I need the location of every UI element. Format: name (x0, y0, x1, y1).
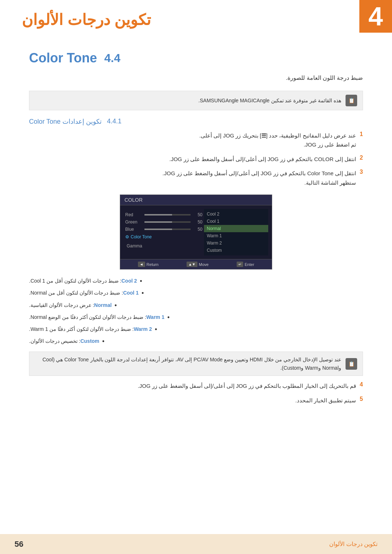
screen-header-label: COLOR (120, 195, 272, 205)
footer-chapter-title: تكوين درجات الألوان (329, 541, 377, 547)
chapter-number: 4 (368, 3, 383, 29)
bullet-text-warm2: Warm 2: ضبط درجات الألوان لتكون أكثر دفئ… (29, 325, 152, 334)
footer-page-number: 56 (15, 539, 23, 549)
blue-bar (144, 229, 191, 230)
green-value: 50 (193, 219, 203, 225)
bullet-custom: • Custom: تخصيص درجات الألوان. (29, 337, 363, 346)
steps-list: 1 عند عرض دليل المفاتيح الوظيفية، حدد [☰… (29, 131, 363, 188)
bullet-dot-4: • (167, 313, 170, 322)
bullet-dot-2: • (142, 289, 144, 298)
page-header: تكوين درجات الألوان 4 (0, 0, 392, 32)
move-icon: ▲▼ (187, 262, 197, 267)
step-text-1: عند عرض دليل المفاتيح الوظيفية، حدد [☰] … (29, 131, 356, 149)
section-title: Color Tone (29, 50, 97, 66)
return-button: ◄ Return (138, 262, 159, 267)
step-1: 1 عند عرض دليل المفاتيح الوظيفية، حدد [☰… (29, 131, 363, 149)
return-icon: ◄ (138, 262, 145, 267)
dropdown-cool2: Cool 2 (204, 210, 268, 218)
sub-section-number: 4.4.1 (107, 118, 122, 125)
step-number-3: 3 (360, 169, 363, 175)
settings-gear-icon: ⚙ (125, 234, 129, 239)
screen-body: Red 50 Green 50 Blue (120, 205, 272, 259)
bullet-text-cool2: Cool 2: ضبط درجات الألوان لتكون أقل من C… (29, 277, 137, 286)
dropdown-warm2: Warm 2 (204, 239, 268, 247)
note-box-1: 📋 هذه القائمة غير متوفرة عند تمكين SAMSU… (29, 91, 363, 110)
step-number-5: 5 (360, 396, 363, 402)
bullet-cool1: • Cool 1: ضبط درجات الألوان لتكون أقل من… (29, 289, 363, 298)
note-text-1: هذه القائمة غير متوفرة عند تمكين SAMSUNG… (199, 97, 341, 104)
bullet-warm2: • Warm 2: ضبط درجات الألوان لتكون أكثر د… (29, 325, 363, 334)
bullet-dot-3: • (115, 301, 117, 310)
red-label: Red (125, 212, 142, 217)
enter-icon: ↵ (237, 262, 243, 267)
step-text-3: انتقل إلى Color Tone بالتحكم في زر JOG إ… (29, 169, 356, 187)
step-text-4: قم بالتحريك إلى الخيار المطلوب بالتحكم ف… (29, 381, 356, 391)
step-5: 5 سيتم تطبيق الخيار المحدد. (29, 396, 363, 405)
chapter-title: تكوين درجات الألوان (22, 11, 191, 29)
step-2: 2 انتقل إلى COLOR بالتحكم في زر JOG إلى … (29, 155, 363, 164)
enter-label: Enter (245, 262, 254, 267)
red-value: 50 (193, 212, 203, 217)
note-box-2: 📋 عند توصيل الإدخال الخارجي من خلال HDMI… (29, 352, 363, 376)
description: ضبط درجة اللون العامة للصورة. (29, 73, 363, 83)
color-tone-menu-row: ⚙ Color Tone (125, 233, 203, 241)
chapter-number-box: 4 (359, 0, 392, 33)
bullet-cool2: • Cool 2: ضبط درجات الألوان لتكون أقل من… (29, 277, 363, 286)
screen-mockup: COLOR Red 50 Green (120, 194, 272, 270)
screen-dropdown: Cool 2 Cool 1 Normal Warm 1 Warm 2 Custo… (204, 209, 268, 255)
enter-button: ↵ Enter (237, 262, 254, 267)
move-label: Move (199, 262, 209, 267)
gamma-label: Gamma (125, 243, 142, 249)
red-fill (144, 214, 172, 216)
dropdown-custom: Custom (204, 247, 268, 254)
note-icon-1: 📋 (346, 95, 357, 106)
step-number-2: 2 (360, 155, 363, 161)
green-bar (144, 221, 191, 223)
bullet-text-custom: Custom: تخصيص درجات الألوان. (29, 337, 99, 346)
note-icon-2: 📋 (346, 358, 357, 370)
blue-label: Blue (125, 227, 142, 232)
green-slider-row: Green 50 (125, 218, 203, 226)
main-content: 4.4 Color Tone ضبط درجة اللون العامة للص… (0, 32, 392, 418)
bullet-text-warm1: Warm 1: ضبط درجات الألوان لتكون أكثر دفئ… (29, 313, 164, 322)
blue-fill (144, 229, 172, 230)
blue-value: 50 (193, 227, 203, 232)
dropdown-normal-selected: Normal (204, 225, 268, 232)
steps-after-list: 4 قم بالتحريك إلى الخيار المطلوب بالتحكم… (29, 381, 363, 405)
green-label: Green (125, 219, 142, 225)
red-slider-row: Red 50 (125, 211, 203, 218)
bullet-normal: • Normal: عرض درجات الألوان القياسية. (29, 301, 363, 310)
red-bar (144, 214, 191, 216)
note-text-2: عند توصيل الإدخال الخارجي من خلال HDMI و… (35, 356, 341, 372)
page-footer: تكوين درجات الألوان 56 (0, 534, 392, 554)
bullet-warm1: • Warm 1: ضبط درجات الألوان لتكون أكثر د… (29, 313, 363, 322)
bullet-dot-6: • (102, 337, 105, 346)
bullet-text-cool1: Cool 1: ضبط درجات الألوان لتكون أقل من N… (29, 289, 139, 297)
bullet-list: • Cool 2: ضبط درجات الألوان لتكون أقل من… (29, 277, 363, 346)
sub-section-title: تكوين إعدادات Color Tone (29, 118, 102, 126)
step-text-2: انتقل إلى COLOR بالتحكم في زر JOG إلى أع… (29, 155, 356, 164)
bullet-dot-5: • (155, 325, 157, 334)
dropdown-warm1: Warm 1 (204, 232, 268, 239)
sub-section-heading: 4.4.1 تكوين إعدادات Color Tone (29, 118, 363, 126)
color-tone-menu-label: Color Tone (131, 234, 152, 239)
section-heading: 4.4 Color Tone (29, 50, 363, 66)
return-label: Return (147, 262, 159, 267)
green-fill (144, 221, 172, 223)
gamma-menu-row: Gamma (125, 241, 203, 250)
blue-slider-row: Blue 50 (125, 226, 203, 233)
screen-menu-left: Red 50 Green 50 Blue (124, 209, 204, 255)
screen-footer: ◄ Return ▲▼ Move ↵ Enter (120, 259, 272, 269)
bullet-dot-1: • (140, 277, 142, 286)
step-4: 4 قم بالتحريك إلى الخيار المطلوب بالتحكم… (29, 381, 363, 391)
step-number-4: 4 (360, 381, 363, 388)
section-number: 4.4 (104, 52, 120, 65)
move-button: ▲▼ Move (187, 262, 209, 267)
step-text-5: سيتم تطبيق الخيار المحدد. (29, 396, 356, 405)
dropdown-cool1: Cool 1 (204, 218, 268, 225)
step-3: 3 انتقل إلى Color Tone بالتحكم في زر JOG… (29, 169, 363, 187)
bullet-text-normal: Normal: عرض درجات الألوان القياسية. (29, 301, 112, 310)
step-number-1: 1 (360, 131, 363, 138)
